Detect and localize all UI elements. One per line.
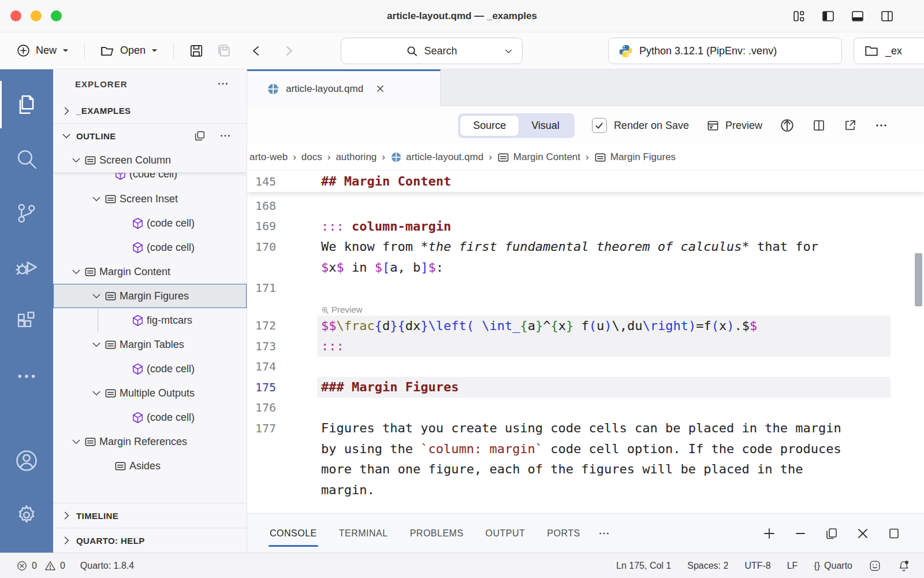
code-line[interactable]: $x$ in $[a, b]$:: [247, 257, 924, 278]
timeline-section-header[interactable]: TIMELINE: [53, 503, 247, 528]
customize-layout-icon[interactable]: [792, 9, 806, 23]
outline-item-fig-mtcars[interactable]: fig-mtcars: [53, 308, 247, 332]
language-mode-status[interactable]: {} Quarto: [814, 561, 852, 571]
code-line[interactable]: 174: [247, 357, 924, 377]
panel-tab-output[interactable]: OUTPUT: [485, 525, 527, 542]
open-external-icon[interactable]: [843, 118, 857, 132]
chevron-down-icon[interactable]: [91, 339, 102, 350]
toggle-left-sidebar-icon[interactable]: [821, 9, 835, 23]
outline-item--code-cell-[interactable]: (code cell): [53, 211, 247, 235]
code-line[interactable]: 176: [247, 398, 924, 418]
code-line[interactable]: margin.: [247, 480, 924, 501]
back-button[interactable]: [250, 44, 263, 58]
breadcrumb-item[interactable]: Margin Figures: [594, 151, 676, 164]
outline-item-margin-references[interactable]: Margin References: [53, 429, 247, 454]
outline-item-screen-column[interactable]: Screen Column: [53, 148, 247, 172]
panel-tab-ports[interactable]: PORTS: [546, 525, 581, 542]
panel-tab-terminal[interactable]: TERMINAL: [338, 525, 389, 542]
outline-section-header[interactable]: OUTLINE: [53, 123, 247, 148]
collapse-all-icon[interactable]: [193, 129, 206, 142]
outline-item--code-cell-[interactable]: (code cell): [53, 235, 247, 260]
code-line[interactable]: 168: [247, 195, 924, 216]
code-line[interactable]: 171: [247, 277, 924, 298]
outline-item-asides[interactable]: Asides: [53, 454, 247, 478]
more-actions-icon[interactable]: [874, 118, 888, 132]
code-line[interactable]: 175### Margin Figures: [247, 377, 924, 398]
save-all-button[interactable]: [213, 40, 235, 62]
open-button[interactable]: Open: [96, 40, 162, 62]
project-selector[interactable]: _ex: [854, 38, 924, 64]
breadcrumb-item[interactable]: docs: [301, 151, 322, 163]
codelens-row[interactable]: Preview: [247, 298, 924, 316]
maximize-panel-icon[interactable]: [887, 527, 901, 540]
minimize-panel-icon[interactable]: [793, 527, 807, 540]
source-mode-button[interactable]: Source: [460, 116, 519, 136]
problems-status[interactable]: 0 0: [16, 560, 65, 572]
indentation-status[interactable]: Spaces: 2: [687, 561, 728, 571]
breadcrumb-item[interactable]: Margin Content: [497, 151, 580, 164]
preview-button[interactable]: Preview: [706, 119, 762, 132]
extensions-activity-button[interactable]: [0, 295, 53, 349]
code-line[interactable]: 170We know from *the first fundamental t…: [247, 236, 924, 257]
quarto-version-status[interactable]: Quarto: 1.8.4: [80, 561, 134, 571]
encoding-status[interactable]: UTF-8: [744, 561, 770, 571]
close-tab-icon[interactable]: [375, 84, 385, 94]
split-editor-icon[interactable]: [812, 118, 826, 132]
examples-section-header[interactable]: _EXAMPLES: [53, 98, 247, 123]
breadcrumb-item[interactable]: authoring: [336, 151, 377, 163]
eol-status[interactable]: LF: [787, 561, 798, 571]
code-line[interactable]: 173:::: [247, 336, 924, 357]
explorer-more-actions-icon[interactable]: [217, 77, 229, 90]
outline-item--code-cell-[interactable]: (code cell): [53, 357, 247, 381]
panel-tab-problems[interactable]: PROBLEMS: [409, 525, 465, 542]
chevron-down-icon[interactable]: [91, 388, 102, 398]
panel-more-tabs-icon[interactable]: [598, 527, 610, 540]
search-box[interactable]: Search: [341, 38, 523, 64]
account-button[interactable]: [0, 433, 53, 488]
panel-tab-console[interactable]: CONSOLE: [269, 525, 318, 542]
explorer-activity-button[interactable]: [0, 77, 53, 132]
run-debug-activity-button[interactable]: [0, 240, 53, 295]
new-button[interactable]: New: [13, 40, 73, 61]
outline-item-margin-tables[interactable]: Margin Tables: [53, 332, 247, 357]
outline-item-multiple-outputs[interactable]: Multiple Outputs: [53, 381, 247, 405]
search-activity-button[interactable]: [0, 132, 53, 186]
toggle-panel-icon[interactable]: [851, 9, 865, 23]
code-line[interactable]: more than one figure, each of the figure…: [247, 459, 924, 480]
feedback-button[interactable]: [869, 560, 881, 572]
code-line[interactable]: 145## Margin Content: [247, 171, 924, 192]
code-line[interactable]: by using the `column: margin` code cell …: [247, 439, 924, 460]
breadcrumb-item[interactable]: arto-web: [249, 151, 288, 163]
breadcrumb-item[interactable]: article-layout.qmd: [390, 151, 483, 163]
close-panel-icon[interactable]: [856, 527, 870, 540]
outline-item--code-cell-[interactable]: (code cell): [53, 172, 247, 187]
forward-button[interactable]: [282, 44, 295, 58]
code-line[interactable]: 172$$\frac{d}{dx}\left( \int_{a}^{x} f(u…: [247, 316, 924, 336]
notifications-button[interactable]: [897, 560, 910, 572]
chevron-down-icon[interactable]: [71, 155, 81, 165]
outline-item-margin-content[interactable]: Margin Content: [53, 260, 247, 284]
outline-more-actions-icon[interactable]: [219, 129, 232, 142]
render-icon[interactable]: [780, 118, 795, 133]
chevron-down-icon[interactable]: [91, 194, 102, 204]
visual-mode-button[interactable]: Visual: [519, 116, 572, 136]
chevron-down-icon[interactable]: [71, 266, 81, 277]
cursor-position-status[interactable]: Ln 175, Col 1: [616, 561, 671, 571]
outline-item--code-cell-[interactable]: (code cell): [53, 405, 247, 429]
source-control-activity-button[interactable]: [0, 186, 53, 240]
outline-item-margin-figures[interactable]: Margin Figures: [53, 284, 247, 308]
toggle-right-sidebar-icon[interactable]: [880, 9, 894, 23]
more-activity-button[interactable]: [0, 349, 53, 403]
tab-article-layout[interactable]: article-layout.qmd: [247, 69, 441, 106]
code-line[interactable]: 169::: column-margin: [247, 216, 924, 237]
code-line[interactable]: 177Figures that you create using code ce…: [247, 418, 924, 439]
chevron-down-icon[interactable]: [91, 291, 102, 301]
save-button[interactable]: [185, 40, 207, 62]
settings-button[interactable]: [0, 488, 53, 542]
chevron-down-icon[interactable]: [71, 436, 81, 447]
render-on-save-checkbox[interactable]: [592, 118, 607, 133]
quarto-help-section-header[interactable]: QUARTO: HELP: [53, 528, 247, 553]
code-area[interactable]: 145## Margin Content168169::: column-mar…: [247, 171, 924, 513]
restore-panel-icon[interactable]: [825, 527, 839, 540]
interpreter-selector[interactable]: Python 3.12.1 (PipEnv: .venv): [608, 38, 842, 64]
